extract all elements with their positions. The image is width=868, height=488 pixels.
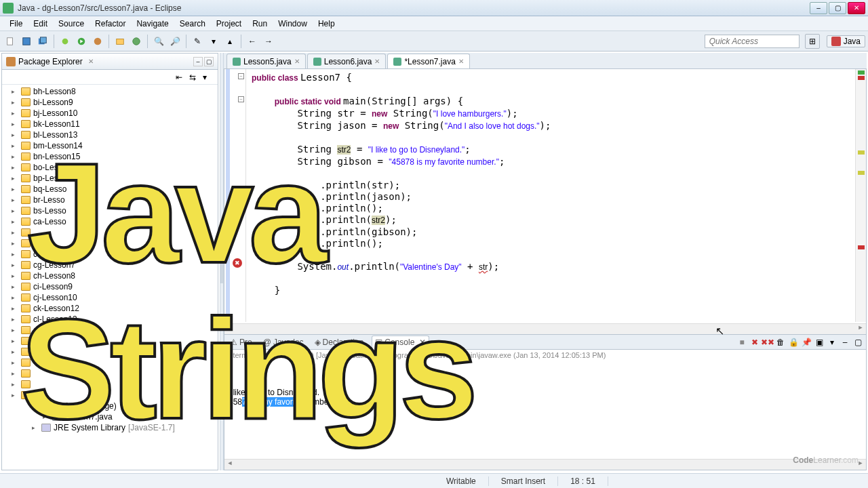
- menu-refactor[interactable]: Refactor: [90, 19, 131, 28]
- tree-project[interactable]: ▸ch-Lesson8: [2, 270, 218, 281]
- save-button[interactable]: [19, 34, 34, 49]
- scroll-lock-icon[interactable]: 🔒: [788, 337, 799, 348]
- tree-project[interactable]: ▸cm-: [2, 325, 218, 336]
- minimize-view-button[interactable]: –: [840, 337, 850, 348]
- tree-project[interactable]: ▸bh-Lesson8: [2, 86, 218, 97]
- editor-tab[interactable]: *Lesson7.java✕: [387, 54, 469, 68]
- search-button[interactable]: 🔎: [167, 34, 182, 49]
- tree-java-file[interactable]: ▸Lesson7.java: [2, 411, 218, 422]
- tree-project[interactable]: ▸: [2, 336, 218, 346]
- tree-project[interactable]: ▸bm-Lesson14: [2, 140, 218, 151]
- next-annotation-button[interactable]: ▾: [206, 34, 221, 49]
- error-marker-icon[interactable]: ✖: [233, 258, 242, 268]
- back-button[interactable]: ←: [245, 34, 260, 49]
- tree-project[interactable]: ▸bk-Lesson11: [2, 119, 218, 129]
- project-tree[interactable]: ▸bh-Lesson8▸bi-Lesson9▸bj-Lesson10▸bk-Le…: [2, 85, 218, 470]
- quick-access-input[interactable]: [705, 35, 800, 48]
- problems-tab[interactable]: ⚠Pro: [227, 338, 255, 347]
- tree-project[interactable]: ▸bl-Lesson13: [2, 129, 218, 140]
- editor-tab[interactable]: Lesson6.java✕: [307, 54, 387, 68]
- tree-project[interactable]: ▸br-Lesso: [2, 195, 218, 205]
- tree-project[interactable]: ▸: [2, 368, 218, 379]
- close-tab-icon[interactable]: ✕: [294, 58, 300, 65]
- run-button[interactable]: [74, 34, 89, 49]
- open-type-button[interactable]: 🔍: [151, 34, 166, 49]
- tree-project[interactable]: ▸cf-Lesson6: [2, 249, 218, 260]
- new-package-button[interactable]: [113, 34, 127, 49]
- status-bar: Writable Smart Insert 18 : 51: [0, 473, 868, 488]
- tree-project[interactable]: ▸cj-Lesson10: [2, 292, 218, 303]
- terminate-icon[interactable]: ■: [736, 337, 747, 348]
- menu-run[interactable]: Run: [247, 19, 273, 28]
- menu-window[interactable]: Window: [273, 19, 313, 28]
- link-editor-icon[interactable]: ⇆: [189, 73, 199, 82]
- console-hscrollbar[interactable]: ◄►: [224, 459, 866, 470]
- close-tab-icon[interactable]: ✕: [374, 58, 380, 65]
- menu-source[interactable]: Source: [53, 19, 90, 28]
- editor-hscrollbar[interactable]: ◄►: [224, 323, 866, 334]
- overview-ruler[interactable]: [855, 69, 866, 322]
- tree-jre-library[interactable]: ▸JRE System Library [JavaSE-1.7]: [2, 422, 218, 433]
- open-perspective-button[interactable]: ⊞: [805, 34, 820, 49]
- java-perspective-button[interactable]: Java: [827, 35, 865, 47]
- javadoc-tab[interactable]: @Javadoc: [260, 338, 307, 347]
- close-tab-icon[interactable]: ✕: [458, 58, 464, 65]
- tree-project[interactable]: ▸: [2, 390, 218, 401]
- prev-annotation-button[interactable]: ▴: [222, 34, 237, 49]
- maximize-view-button[interactable]: ▢: [204, 57, 214, 66]
- close-button[interactable]: ✕: [848, 2, 865, 14]
- console-tab[interactable]: ▣Console✕: [372, 336, 429, 350]
- minimize-button[interactable]: –: [810, 2, 827, 14]
- console-output[interactable]: I like to go to Disneyland.45878 is my f…: [224, 361, 866, 459]
- close-view-button[interactable]: ✕: [88, 58, 94, 65]
- display-console-icon[interactable]: ▣: [814, 337, 825, 348]
- tree-project[interactable]: ▸bn-Lesson15: [2, 151, 218, 162]
- tree-project[interactable]: ▸cl-Lesson13: [2, 314, 218, 325]
- forward-button[interactable]: →: [261, 34, 276, 49]
- declaration-tab[interactable]: ◈Declaration: [312, 338, 367, 347]
- minimize-view-button[interactable]: –: [193, 57, 203, 66]
- menu-help[interactable]: Help: [313, 19, 340, 28]
- tree-project[interactable]: ▸: [2, 227, 218, 238]
- save-all-button[interactable]: [35, 34, 50, 49]
- tree-project[interactable]: ▸: [2, 346, 218, 357]
- new-class-button[interactable]: [129, 34, 144, 49]
- menu-project[interactable]: Project: [211, 19, 247, 28]
- clear-console-icon[interactable]: 🗑: [775, 337, 786, 348]
- tree-package[interactable]: ▾(default package): [2, 401, 218, 411]
- view-menu-icon[interactable]: ▾: [203, 73, 212, 82]
- tree-project[interactable]: ▸: [2, 379, 218, 390]
- code-editor[interactable]: − − ✖ public class Lesson7 { public stat…: [224, 69, 867, 335]
- fold-icon[interactable]: −: [238, 73, 244, 79]
- tree-project[interactable]: ▸ca-Lesso: [2, 216, 218, 227]
- tree-project[interactable]: ▸bs-Lesso: [2, 205, 218, 216]
- menu-file[interactable]: File: [4, 19, 28, 28]
- open-console-icon[interactable]: ▾: [827, 337, 837, 348]
- tree-project[interactable]: ▸cg-Lesson7: [2, 260, 218, 270]
- menu-edit[interactable]: Edit: [28, 19, 53, 28]
- debug-button[interactable]: [58, 34, 73, 49]
- tree-project[interactable]: ▸bo-Lesso: [2, 162, 218, 173]
- tree-project[interactable]: ▸ci-Lesson9: [2, 281, 218, 292]
- tree-project[interactable]: ▸bp-Lesso: [2, 173, 218, 184]
- tree-project[interactable]: ▸ck-Lesson12: [2, 303, 218, 314]
- fold-icon[interactable]: −: [238, 96, 244, 102]
- maximize-button[interactable]: ▢: [829, 2, 846, 14]
- collapse-all-icon[interactable]: ⇤: [176, 73, 185, 82]
- editor-tab[interactable]: Lesson5.java✕: [226, 54, 306, 68]
- tree-project[interactable]: ▸bq-Lesso: [2, 184, 218, 195]
- new-button[interactable]: [3, 34, 18, 49]
- remove-all-icon[interactable]: ✖✖: [762, 337, 773, 348]
- menu-search[interactable]: Search: [174, 19, 211, 28]
- menu-navigate[interactable]: Navigate: [131, 19, 174, 28]
- maximize-view-button[interactable]: ▢: [852, 337, 863, 348]
- toggle-mark-button[interactable]: ✎: [190, 34, 205, 49]
- run-last-button[interactable]: [90, 34, 105, 49]
- tree-project[interactable]: ▸: [2, 238, 218, 249]
- remove-launch-icon[interactable]: ✖: [749, 337, 760, 348]
- pin-console-icon[interactable]: 📌: [801, 337, 812, 348]
- close-icon[interactable]: ✕: [419, 338, 426, 347]
- tree-project[interactable]: ▸bj-Lesson10: [2, 108, 218, 119]
- tree-project[interactable]: ▸: [2, 357, 218, 368]
- tree-project[interactable]: ▸bi-Lesson9: [2, 97, 218, 108]
